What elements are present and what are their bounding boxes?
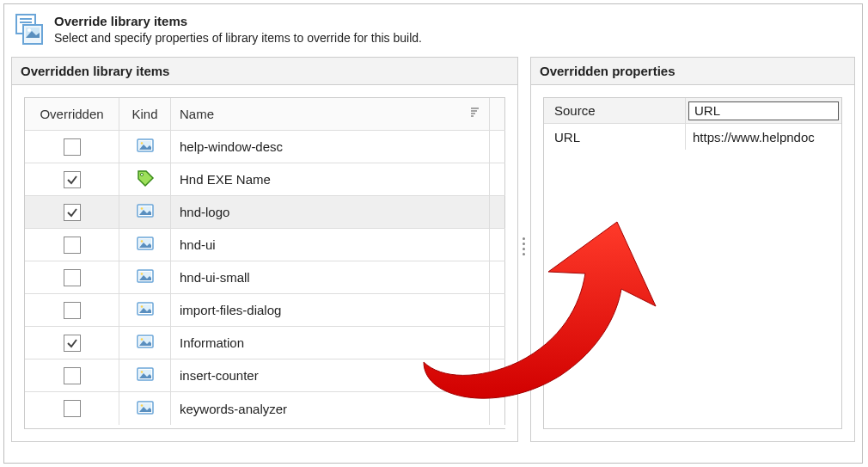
cell-name: hnd-ui [171,229,490,261]
svg-point-31 [140,338,143,341]
col-kind[interactable]: Kind [119,98,171,130]
properties-grid: Source URL URL https://www.helpndoc [543,97,842,429]
cell-overridden [25,163,119,195]
cell-kind [119,359,171,391]
cell-kind [119,196,171,228]
sort-asc-icon [470,108,480,120]
cell-kind [119,229,171,261]
overridden-checkbox[interactable] [64,204,81,221]
table-row[interactable]: import-files-dialog [25,294,505,327]
cell-name: keywords-analyzer [171,392,490,425]
svg-point-15 [140,207,143,210]
cell-name: Information [171,327,490,359]
library-items-icon [13,13,46,48]
overridden-checkbox[interactable] [64,237,81,254]
image-icon [136,398,155,420]
table-row[interactable]: Information [25,327,505,359]
overridden-checkbox[interactable] [64,400,81,417]
cell-kind [119,327,171,359]
svg-point-35 [140,371,143,373]
header: Override library items Select and specif… [11,11,855,57]
image-icon [136,299,155,321]
overridden-items-title: Overridden library items [12,58,517,85]
panel-splitter[interactable] [523,237,525,255]
property-row-url[interactable]: URL https://www.helpndoc [544,124,841,150]
cell-name: hnd-ui-small [171,261,490,293]
cell-overridden [25,261,119,293]
image-icon [136,332,155,353]
overridden-checkbox[interactable] [64,302,81,319]
cell-name: hnd-logo [171,196,490,228]
overridden-checkbox[interactable] [64,171,81,188]
property-value-url[interactable]: https://www.helpndoc [686,124,841,150]
table-header-row: Overridden Kind Name [25,98,505,131]
svg-point-39 [140,404,143,407]
svg-point-19 [140,240,143,243]
image-icon [136,365,155,386]
table-row[interactable]: keywords-analyzer [25,392,505,425]
table-row[interactable]: help-window-desc [25,131,505,163]
image-icon [136,234,155,255]
overridden-checkbox[interactable] [64,335,81,352]
image-icon [136,136,155,157]
cell-kind [119,163,171,195]
cell-name: Hnd EXE Name [171,163,490,195]
svg-point-27 [140,305,143,308]
col-overridden[interactable]: Overridden [25,98,119,130]
library-items-table: Overridden Kind Name help-window-descHnd… [24,97,505,429]
image-icon [136,267,155,288]
cell-name: import-files-dialog [171,294,490,326]
overridden-items-panel: Overridden library items Overridden Kind… [11,57,518,442]
table-row[interactable]: hnd-logo [25,196,505,229]
header-title: Override library items [54,13,422,30]
svg-point-23 [140,273,143,275]
overridden-checkbox[interactable] [64,269,81,286]
property-row-source[interactable]: Source URL [544,98,841,124]
cell-kind [119,131,171,163]
property-label: Source [544,98,686,123]
cell-kind [119,261,171,293]
col-name[interactable]: Name [171,98,490,130]
table-row[interactable]: hnd-ui-small [25,261,505,294]
cell-overridden [25,327,119,359]
col-spacer [490,98,505,130]
dialog-panel: Override library items Select and specif… [3,3,863,464]
table-row[interactable]: hnd-ui [25,229,505,261]
tag-icon [136,169,155,190]
overridden-properties-panel: Overridden properties Source URL URL htt… [530,57,855,442]
table-row[interactable]: Hnd EXE Name [25,163,505,196]
cell-kind [119,392,171,425]
cell-overridden [25,196,119,228]
cell-name: help-window-desc [171,131,490,163]
col-name-label: Name [180,107,214,121]
overridden-checkbox[interactable] [64,138,81,156]
image-icon [136,201,155,223]
svg-point-11 [140,173,143,175]
svg-point-10 [140,142,143,144]
header-subtitle: Select and specify properties of library… [54,30,422,46]
svg-point-6 [28,28,31,32]
cell-overridden [25,359,119,391]
cell-overridden [25,294,119,326]
property-value-source[interactable]: URL [688,101,839,120]
cell-overridden [25,131,119,163]
property-label: URL [544,124,686,150]
overridden-properties-title: Overridden properties [531,58,854,85]
cell-overridden [25,229,119,261]
overridden-checkbox[interactable] [64,367,81,384]
table-row[interactable]: insert-counter [25,359,505,392]
cell-kind [119,294,171,326]
cell-overridden [25,392,119,425]
cell-name: insert-counter [171,359,490,391]
